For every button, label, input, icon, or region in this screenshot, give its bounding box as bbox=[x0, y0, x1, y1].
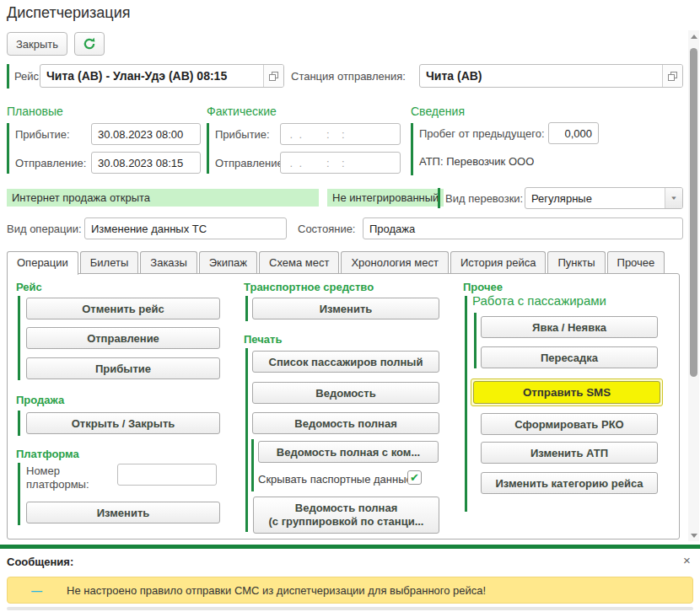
planned-arrival-value: 30.08.2023 08:00 bbox=[92, 128, 200, 141]
internet-sale-status: Интернет продажа открыта bbox=[7, 189, 319, 207]
tab-trip-history[interactable]: История рейса bbox=[450, 251, 546, 274]
planned-arrival-label: Прибытие: bbox=[15, 128, 70, 141]
refresh-button[interactable] bbox=[74, 32, 105, 56]
transfer-button[interactable]: Пересадка bbox=[481, 346, 658, 368]
actual-accent-bar bbox=[207, 123, 209, 174]
trip-field[interactable]: Чита (АВ) - Улан-Удэ (АВ) 08:15 bbox=[40, 64, 284, 88]
messages-close-icon[interactable]: × bbox=[683, 553, 691, 567]
message-item: — Не настроено правило отправки СМС из д… bbox=[7, 577, 693, 604]
print-sheet-grouped-line2: (с группировкой по станци... bbox=[269, 515, 424, 529]
planned-arrival-field[interactable]: 30.08.2023 08:00 bbox=[91, 123, 201, 145]
other-group-accent-bar bbox=[465, 296, 467, 512]
actual-arrival-field[interactable]: . . : : bbox=[280, 123, 401, 145]
mileage-label: Пробег от предыдущего: bbox=[419, 127, 545, 140]
transport-kind-dropdown-button[interactable]: ▼ bbox=[665, 188, 682, 208]
cancel-trip-button[interactable]: Отменить рейс bbox=[26, 298, 220, 319]
station-value: Чита (АВ) bbox=[420, 69, 662, 83]
hide-passport-checkbox[interactable]: ✔ bbox=[407, 470, 422, 485]
actual-arrival-label: Прибытие: bbox=[215, 128, 270, 141]
open-form-icon bbox=[667, 71, 678, 82]
arrow-down-icon bbox=[691, 534, 697, 538]
mileage-value: 0,000 bbox=[549, 127, 598, 140]
change-atp-button[interactable]: Изменить АТП bbox=[481, 442, 658, 464]
trip-group-title: Рейс bbox=[16, 281, 42, 293]
state-value: Продажа bbox=[363, 223, 682, 235]
print-sheet-full-comment-button[interactable]: Ведомость полная с ком... bbox=[258, 441, 439, 463]
message-text: Не настроено правило отправки СМС из дис… bbox=[67, 584, 486, 597]
operation-kind-label: Вид операции: bbox=[7, 223, 82, 235]
hide-passport-label: Скрывать паспортные данные: bbox=[258, 473, 415, 486]
trip-value: Чита (АВ) - Улан-Удэ (АВ) 08:15 bbox=[40, 69, 263, 83]
create-rko-button[interactable]: Сформировать РКО bbox=[481, 413, 658, 435]
tab-seat-chronology[interactable]: Хронология мест bbox=[341, 251, 449, 274]
change-platform-button[interactable]: Изменить bbox=[26, 502, 220, 523]
transport-kind-combo[interactable]: Регулярные ▼ bbox=[525, 187, 683, 209]
state-field[interactable]: Продажа bbox=[363, 217, 683, 239]
vertical-scrollbar bbox=[688, 30, 699, 541]
show-noshow-button[interactable]: Явка / Неявка bbox=[481, 316, 658, 338]
transport-kind-accent-bar bbox=[438, 188, 440, 208]
change-vehicle-button[interactable]: Изменить bbox=[252, 298, 439, 319]
page-title: Диспетчеризация bbox=[7, 4, 130, 22]
tab-other[interactable]: Прочее bbox=[607, 251, 665, 274]
arrival-button[interactable]: Прибытие bbox=[26, 357, 220, 379]
transport-kind-label: Вид перевозки: bbox=[445, 192, 523, 205]
refresh-icon bbox=[83, 37, 96, 51]
details-section-title: Сведения bbox=[411, 105, 465, 118]
tab-tickets[interactable]: Билеты bbox=[80, 251, 138, 274]
open-form-icon bbox=[268, 71, 279, 82]
platform-group-accent-bar bbox=[18, 463, 20, 525]
tab-seat-map[interactable]: Схема мест bbox=[259, 251, 339, 274]
messages-divider bbox=[0, 545, 700, 549]
print-sheet-full-button[interactable]: Ведомость полная bbox=[252, 412, 439, 434]
passengers-group-accent-bar bbox=[474, 313, 477, 368]
print-sheet-grouped-button[interactable]: Ведомость полная (с группировкой по стан… bbox=[253, 497, 439, 534]
message-level-icon: — bbox=[31, 584, 42, 597]
scroll-down-button[interactable] bbox=[690, 531, 697, 540]
platform-group-title: Платформа bbox=[16, 448, 79, 460]
operation-kind-field[interactable]: Изменение данных ТС bbox=[84, 217, 287, 239]
print-sheet-grouped-line1: Ведомость полная bbox=[295, 502, 397, 515]
trip-label: Рейс: bbox=[14, 70, 42, 83]
tab-bar: Операции Билеты Заказы Экипаж Схема мест… bbox=[7, 251, 665, 274]
actual-departure-field[interactable]: . . : : bbox=[280, 152, 401, 174]
other-group-title: Прочее bbox=[463, 281, 503, 293]
trip-open-button[interactable] bbox=[263, 65, 283, 87]
sale-group-title: Продажа bbox=[16, 394, 64, 406]
messages-title: Сообщения: bbox=[7, 556, 73, 568]
planned-section-title: Плановые bbox=[7, 105, 63, 118]
checkmark-icon: ✔ bbox=[410, 471, 419, 484]
departure-button[interactable]: Отправление bbox=[26, 327, 220, 349]
tab-orders[interactable]: Заказы bbox=[140, 251, 197, 274]
print-group-title: Печать bbox=[244, 333, 282, 346]
planned-accent-bar bbox=[7, 123, 9, 174]
operations-tab-panel: Рейс Отменить рейс Отправление Прибытие … bbox=[7, 273, 680, 540]
station-field[interactable]: Чита (АВ) bbox=[419, 64, 683, 88]
actual-departure-label: Отправление: bbox=[215, 157, 286, 169]
station-open-button[interactable] bbox=[662, 65, 682, 87]
print-group-accent-bar bbox=[245, 348, 248, 532]
scrollbar-thumb[interactable] bbox=[690, 48, 697, 377]
send-sms-button[interactable]: Отправить SMS bbox=[473, 381, 660, 404]
trip-group-accent-bar bbox=[18, 296, 20, 380]
planned-departure-label: Отправление: bbox=[15, 157, 86, 169]
state-label: Состояние: bbox=[298, 223, 355, 235]
open-close-sale-button[interactable]: Открыть / Закрыть bbox=[26, 412, 220, 434]
print-subgroup-accent-bar bbox=[251, 439, 254, 491]
close-button[interactable]: Закрыть bbox=[7, 32, 67, 56]
details-accent-bar bbox=[411, 123, 413, 175]
tab-operations[interactable]: Операции bbox=[7, 251, 78, 275]
change-trip-category-button[interactable]: Изменить категорию рейса bbox=[481, 472, 658, 494]
platform-number-input[interactable] bbox=[117, 464, 217, 486]
sale-group-accent-bar bbox=[18, 411, 20, 436]
print-sheet-button[interactable]: Ведомость bbox=[252, 382, 439, 404]
scroll-up-button[interactable] bbox=[690, 32, 697, 40]
vehicle-group-title: Транспортное средство bbox=[244, 281, 374, 293]
atp-text: АТП: Перевозчик ООО bbox=[419, 155, 534, 168]
mileage-field[interactable]: 0,000 bbox=[548, 122, 599, 144]
tab-points[interactable]: Пункты bbox=[547, 251, 605, 274]
print-passenger-list-full-button[interactable]: Список пассажиров полный bbox=[252, 351, 439, 373]
tab-crew[interactable]: Экипаж bbox=[199, 251, 257, 274]
messages-scroll-strip bbox=[7, 607, 693, 610]
planned-departure-field[interactable]: 30.08.2023 08:15 bbox=[91, 152, 201, 174]
